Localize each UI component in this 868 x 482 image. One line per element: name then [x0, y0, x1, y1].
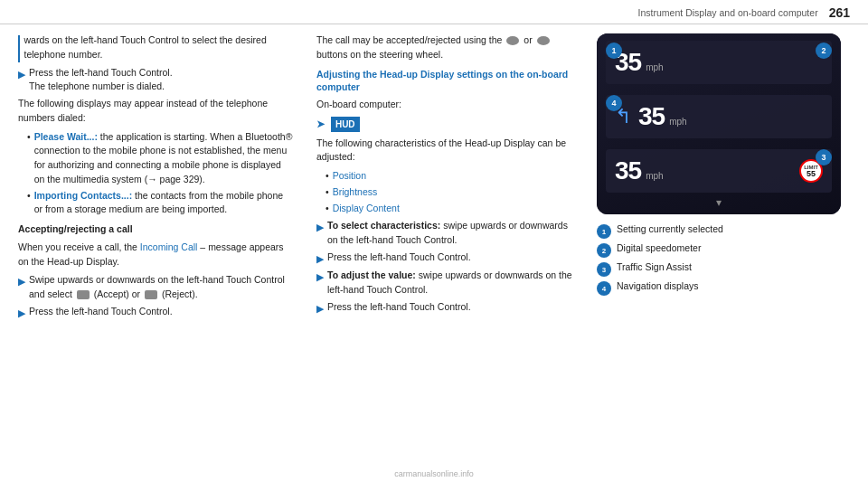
display-content-label: Display Content [333, 202, 400, 216]
hud-bullet-1: • Position [326, 169, 575, 184]
legend-item-3: 3 Traffic Sign Assist [597, 261, 841, 277]
mid-column: The call may be accepted/rejected using … [307, 33, 588, 482]
reject-icon [145, 290, 157, 299]
list-item-1-content: Please Wait...: the application is start… [34, 130, 293, 187]
hud-bullet-2: • Brightness [326, 185, 575, 200]
bullet-list: • Please Wait...: the application is sta… [27, 130, 293, 218]
speed-unit-mid: mph [669, 117, 686, 127]
down-arrow-icon: ▾ [716, 196, 722, 209]
bullet-dot-1: • [27, 130, 31, 187]
circle-1: 1 [606, 43, 622, 59]
section-para: When you receive a call, the Incoming Ca… [18, 241, 293, 269]
bullet-1b-text: The telephone number is dialed. [29, 80, 165, 91]
header-page: 261 [829, 5, 850, 20]
speed-panel-top-content: 35 mph [615, 50, 823, 75]
bullet-dot-bright: • [326, 185, 329, 200]
adjust-content: To adjust the value: swipe upwards or do… [327, 269, 575, 298]
arrow-item-swipe: ▶ Swipe upwards or downwards on the left… [18, 273, 293, 302]
legend-text-3: Traffic Sign Assist [617, 261, 692, 272]
hud-bullet-3: • Display Content [326, 202, 575, 216]
or-label: or [132, 288, 140, 299]
arrow-bullet-press: ▶ [18, 306, 25, 321]
bullet-dot-pos: • [326, 169, 329, 184]
arrow-bullet-swipe: ▶ [18, 274, 25, 302]
list-item-1-label: Please Wait...: [34, 131, 98, 142]
or-mid: or [524, 34, 532, 45]
circle-3: 3 [816, 149, 832, 165]
legend-list: 1 Setting currently selected 2 Digital s… [597, 223, 841, 296]
arrow-bullet-adjust: ▶ [316, 269, 324, 298]
para-1: The following displays may appear instea… [18, 97, 293, 126]
legend-item-4: 4 Navigation displays [597, 280, 841, 296]
circle-2: 2 [816, 43, 832, 59]
press2-text: Press the left-hand Touch Control. [327, 250, 575, 267]
phone-reject-icon [537, 36, 550, 45]
legend-text-2: Digital speedometer [617, 242, 701, 253]
speed-bot-content: 35 mph [615, 158, 794, 184]
arrow-bullet-1: ▶ [18, 67, 25, 95]
display-inner: 1 2 3 4 35 mph ↰ [597, 33, 841, 214]
page-container: Instrument Display and on-board computer… [0, 0, 868, 482]
legend-circle-4: 4 [597, 281, 611, 296]
arrow-item-adjust: ▶ To adjust the value: swipe upwards or … [316, 269, 575, 298]
intro-text-1: wards on the left-hand Touch Control to … [24, 33, 293, 62]
brightness-label: Brightness [333, 185, 378, 200]
onboard-para: On-board computer: [316, 98, 575, 112]
list-item-2: • Importing Contacts...: the contacts fr… [27, 189, 293, 218]
arrow-item-press2: ▶ Press the left-hand Touch Control. [316, 250, 575, 267]
swipe-content: Swipe upwards or downwards on the left-h… [29, 273, 293, 302]
legend-text-4: Navigation displays [617, 280, 698, 291]
arrow-bullet-press3: ▶ [316, 301, 324, 317]
press-content: Press the left-hand Touch Control. [29, 305, 293, 321]
right-column: 1 2 3 4 35 mph ↰ [588, 33, 850, 482]
bullet-1-text: Press the left-hand Touch Control. [29, 67, 173, 78]
arrow-bullet-select: ▶ [316, 220, 324, 248]
display-image: 1 2 3 4 35 mph ↰ [597, 33, 841, 214]
accept-label: (Accept) [94, 288, 129, 299]
legend-circle-3: 3 [597, 262, 611, 277]
incoming-call-link: Incoming Call [140, 241, 198, 252]
speed-unit-bot: mph [646, 171, 663, 181]
speed-mid-content: 35 mph [638, 104, 687, 129]
arrow-bullet-press2: ▶ [316, 251, 324, 267]
legend-text-1: Setting currently selected [617, 223, 723, 234]
speed-panel-mid: ↰ 35 mph [606, 95, 832, 138]
display-para: The following characteristics of the Hea… [316, 137, 575, 165]
legend-circle-2: 2 [597, 243, 611, 258]
speed-number-bot: 35 [615, 156, 641, 184]
reject-label: (Reject). [162, 288, 198, 299]
phone-accept-icon [506, 36, 519, 45]
arrow-item-select: ▶ To select characteristics: swipe upwar… [316, 219, 575, 248]
header-bar: Instrument Display and on-board computer… [0, 0, 868, 24]
sign-number: 55 [807, 170, 816, 178]
section-heading-call: Accepting/rejecting a call [18, 222, 293, 237]
list-item-2-content: Importing Contacts...: the contacts from… [34, 189, 293, 218]
press3-text: Press the left-hand Touch Control. [327, 300, 575, 317]
select-label: To select characteristics: [327, 220, 440, 231]
bullet-dot-2: • [27, 189, 31, 218]
circle-4: 4 [606, 95, 622, 111]
speed-number-mid: 35 [638, 102, 665, 130]
speed-panel-bot: 35 mph LIMIT 55 [606, 149, 832, 193]
list-item-1: • Please Wait...: the application is sta… [27, 130, 293, 187]
position-label: Position [333, 169, 366, 184]
arrow-content-1: Press the left-hand Touch Control. The t… [29, 66, 293, 95]
header-title: Instrument Display and on-board computer [18, 7, 818, 18]
hud-bullet-list: • Position • Brightness • Display Conten… [326, 169, 575, 215]
nav-arrow-icon: ➤ [316, 118, 325, 129]
hud-label-badge: HUD [331, 117, 360, 132]
blue-bar-accent [18, 35, 20, 62]
hud-nav: ➤ HUD [316, 117, 575, 132]
select-content: To select characteristics: swipe upwards… [327, 219, 575, 248]
intro-block: wards on the left-hand Touch Control to … [18, 33, 293, 62]
accept-icon [77, 290, 90, 299]
main-content: wards on the left-hand Touch Control to … [0, 24, 868, 482]
legend-item-2: 2 Digital speedometer [597, 242, 841, 258]
section-heading-hud: Adjusting the Head-up Display settings o… [316, 68, 575, 94]
legend-item-1: 1 Setting currently selected [597, 223, 841, 239]
arrow-item-press: ▶ Press the left-hand Touch Control. [18, 305, 293, 321]
arrow-item-1: ▶ Press the left-hand Touch Control. The… [18, 66, 293, 95]
adjust-label: To adjust the value: [327, 269, 416, 280]
speed-panel-top: 35 mph [606, 41, 832, 84]
watermark: carmanualsonline.info [394, 469, 474, 478]
